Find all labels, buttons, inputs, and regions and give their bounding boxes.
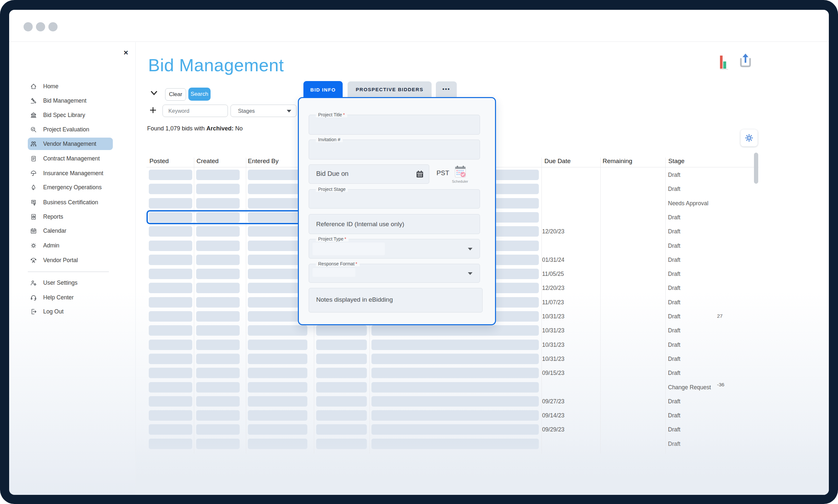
gavel-icon [30, 97, 37, 104]
sidebar-item-user-settings[interactable]: User Settings [28, 276, 113, 289]
column-header-posted[interactable]: Posted [149, 158, 169, 165]
clear-button[interactable]: Clear [165, 88, 186, 101]
bid-due-placeholder: Bid Due on [316, 170, 349, 178]
sidebar-close-icon[interactable]: × [122, 48, 130, 57]
ebidding-notes-input[interactable]: Notes displayed in eBidding [309, 288, 483, 312]
sidebar-item-home[interactable]: Home [28, 80, 113, 92]
column-header-stage[interactable]: Stage [668, 158, 685, 165]
column-header-due-date[interactable]: Due Date [545, 158, 571, 165]
sidebar-item-bid-spec-library[interactable]: Bid Spec Library [28, 109, 113, 121]
headset-icon [30, 294, 37, 301]
app-frame: HomeBid ManagementBid Spec LibraryProjec… [0, 0, 838, 504]
skeleton-cell [248, 325, 307, 336]
skeleton-cell [371, 410, 539, 421]
selected-row-outline[interactable] [146, 210, 303, 224]
skeleton-cell [196, 424, 240, 435]
column-header-remaining[interactable]: Remaining [603, 158, 632, 165]
sidebar-item-help-center[interactable]: Help Center [28, 291, 113, 304]
gear-icon [30, 242, 37, 249]
reference-id-placeholder: Reference ID (Internal use only) [316, 221, 404, 228]
sidebar-item-emergency-operations[interactable]: Emergency Operations [28, 181, 113, 194]
column-divider [541, 158, 542, 454]
stage-cell: Change Request [668, 384, 711, 391]
calendar-icon[interactable] [416, 170, 424, 178]
results-summary: Found 1,079 bids with Archived: No [147, 125, 243, 132]
sidebar-item-label: Home [43, 83, 58, 90]
sidebar-item-bid-management[interactable]: Bid Management [28, 94, 113, 107]
keyword-input[interactable]: Keyword [162, 105, 228, 117]
skeleton-cell [316, 340, 367, 350]
reference-id-input[interactable]: Reference ID (Internal use only) [309, 214, 480, 234]
skeleton-cell [149, 240, 192, 251]
project-stage-input[interactable] [309, 189, 480, 209]
sidebar-item-vendor-management[interactable]: Vendor Management [28, 138, 113, 150]
skeleton-cell [248, 439, 307, 449]
skeleton-cell [149, 226, 192, 237]
sidebar-item-calendar[interactable]: Calendar [28, 224, 113, 237]
skeleton-cell [371, 368, 539, 378]
project-type-select[interactable] [309, 239, 480, 258]
bid-due-date-input[interactable]: Bid Due on [309, 164, 429, 184]
sidebar-item-project-evaluation[interactable]: Project Evaluation [28, 123, 113, 136]
add-filter-icon[interactable] [150, 107, 156, 115]
timezone-label: PST [436, 169, 449, 177]
scheduler-label: Scheduler [445, 179, 475, 183]
skeleton-cell [149, 410, 192, 421]
skeleton-cell [248, 410, 307, 421]
skeleton-cell [149, 311, 192, 322]
chart-icon[interactable] [720, 56, 730, 70]
skeleton-cell [149, 297, 192, 308]
sidebar: HomeBid ManagementBid Spec LibraryProjec… [9, 42, 136, 495]
skeleton-cell [196, 340, 240, 350]
skeleton-cell [248, 382, 307, 393]
sidebar-item-insurance-management[interactable]: Insurance Management [28, 167, 113, 179]
column-header-entered-by[interactable]: Entered By [248, 158, 279, 165]
skeleton-cell [316, 382, 367, 393]
sidebar-item-business-certification[interactable]: Business Certification [28, 196, 113, 209]
stage-cell: Draft [668, 256, 680, 264]
sidebar-item-reports[interactable]: Reports [28, 211, 113, 223]
stage-cell: Draft [668, 313, 680, 320]
stage-cell: Draft [668, 327, 680, 334]
skeleton-cell [149, 368, 192, 378]
invitation-input[interactable] [309, 140, 480, 160]
skeleton-cell [149, 198, 192, 209]
search-button[interactable]: Search [188, 88, 211, 101]
scheduler-icon[interactable] [454, 165, 466, 178]
ebidding-notes-placeholder: Notes displayed in eBidding [316, 296, 393, 303]
window-control-dot[interactable] [23, 22, 33, 31]
due-date-cell: 10/31/23 [542, 313, 564, 320]
tab-prospective-bidders[interactable]: PROSPECTIVE BIDDERS [347, 82, 432, 97]
sidebar-item-log-out[interactable]: Log Out [28, 305, 113, 318]
skeleton-cell [196, 255, 240, 265]
tab-more[interactable]: ••• [436, 82, 457, 97]
window-control-dot[interactable] [48, 22, 57, 31]
collapse-filters-icon[interactable] [151, 91, 157, 97]
response-format-select[interactable] [309, 264, 480, 283]
project-title-input[interactable] [309, 115, 480, 135]
sidebar-item-admin[interactable]: Admin [28, 239, 113, 252]
window-control-dot[interactable] [36, 22, 45, 31]
skeleton-cell [316, 368, 367, 378]
column-divider [600, 158, 601, 454]
sidebar-item-contract-management[interactable]: Contract Management [28, 152, 113, 165]
vertical-scrollbar[interactable] [754, 152, 758, 184]
table-settings-button[interactable] [741, 129, 757, 146]
tab-bid-info[interactable]: BID INFO [303, 81, 343, 98]
skeleton-cell [196, 382, 240, 393]
sidebar-item-label: Insurance Management [43, 170, 103, 177]
skeleton-cell [248, 424, 307, 435]
export-icon[interactable] [738, 53, 753, 68]
skeleton-cell [196, 410, 240, 421]
due-date-cell: 10/31/23 [542, 327, 564, 334]
stage-cell: Draft [668, 242, 680, 249]
sidebar-item-vendor-portal[interactable]: Vendor Portal [28, 254, 113, 266]
skeleton-cell [371, 325, 539, 336]
gear-icon [745, 134, 753, 142]
sidebar-item-label: Bid Spec Library [43, 112, 85, 119]
column-header-created[interactable]: Created [196, 158, 219, 165]
skeleton-cell [149, 439, 192, 449]
project-title-label: Project Title* [316, 112, 347, 117]
stages-select[interactable]: Stages [231, 105, 297, 117]
skeleton-cell [248, 354, 307, 364]
